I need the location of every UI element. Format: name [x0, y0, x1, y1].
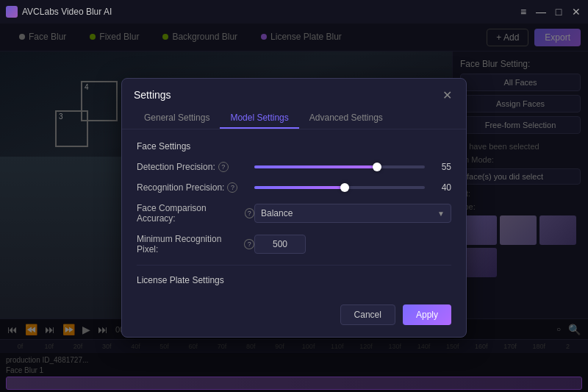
- detection-precision-slider-container: 55: [254, 162, 451, 172]
- detection-precision-value: 55: [431, 162, 451, 172]
- min-recognition-input[interactable]: [254, 235, 306, 254]
- face-comparison-select[interactable]: Balance ▼: [254, 204, 451, 223]
- dialog-footer: Cancel Apply: [122, 297, 466, 337]
- license-plate-section: License Plate Settings: [137, 265, 451, 285]
- face-comparison-label: Face Comparison Accuracy: ?: [137, 203, 254, 224]
- dialog-overlay: Settings ✕ General Settings Model Settin…: [0, 24, 588, 392]
- recognition-precision-value: 40: [431, 182, 451, 193]
- detection-precision-slider[interactable]: [254, 165, 425, 168]
- detection-precision-label: Detection Precision: ?: [137, 162, 254, 172]
- face-settings-title: Face Settings: [137, 141, 451, 152]
- recognition-precision-slider[interactable]: [254, 186, 425, 189]
- detection-precision-thumb[interactable]: [373, 163, 381, 171]
- detection-precision-help[interactable]: ?: [218, 162, 229, 172]
- recognition-precision-slider-container: 40: [254, 182, 451, 193]
- apply-button[interactable]: Apply: [403, 304, 451, 325]
- face-comparison-help[interactable]: ?: [245, 208, 254, 218]
- recognition-precision-help[interactable]: ?: [227, 182, 237, 193]
- min-recognition-help[interactable]: ?: [244, 239, 254, 249]
- min-recognition-row: Minimum Recognition Pixel: ?: [137, 234, 451, 254]
- dialog-tabs: General Settings Model Settings Advanced…: [122, 102, 466, 129]
- settings-dialog: Settings ✕ General Settings Model Settin…: [121, 78, 467, 338]
- minimize-button[interactable]: —: [535, 6, 547, 18]
- window-controls: ≡ — □ ✕: [517, 6, 582, 18]
- app-title: AVCLabs Video Blur AI: [22, 7, 112, 17]
- close-button[interactable]: ✕: [570, 6, 582, 18]
- dialog-header: Settings ✕: [122, 79, 466, 102]
- dialog-close-button[interactable]: ✕: [440, 88, 454, 102]
- menu-icon[interactable]: ≡: [517, 6, 529, 18]
- tab-general-settings[interactable]: General Settings: [134, 108, 220, 129]
- tab-advanced-settings[interactable]: Advanced Settings: [299, 108, 393, 129]
- min-recognition-label: Minimum Recognition Pixel: ?: [137, 234, 254, 254]
- title-bar: AVCLabs Video Blur AI ≡ — □ ✕: [0, 0, 588, 24]
- app-icon: [6, 6, 18, 18]
- detection-precision-fill: [254, 165, 377, 168]
- chevron-down-icon: ▼: [437, 210, 445, 218]
- dialog-title: Settings: [134, 89, 171, 101]
- detection-precision-row: Detection Precision: ? 55: [137, 162, 451, 172]
- recognition-precision-thumb[interactable]: [340, 183, 349, 192]
- title-bar-left: AVCLabs Video Blur AI: [6, 6, 112, 18]
- tab-model-settings[interactable]: Model Settings: [220, 108, 298, 129]
- face-comparison-row: Face Comparison Accuracy: ? Balance ▼: [137, 203, 451, 224]
- dialog-body: Face Settings Detection Precision: ? 55: [122, 129, 466, 297]
- recognition-precision-row: Recognition Precision: ? 40: [137, 182, 451, 193]
- recognition-precision-fill: [254, 186, 345, 189]
- recognition-precision-label: Recognition Precision: ?: [137, 182, 254, 193]
- cancel-button[interactable]: Cancel: [340, 304, 395, 325]
- maximize-button[interactable]: □: [553, 6, 564, 18]
- license-plate-title: License Plate Settings: [137, 275, 224, 285]
